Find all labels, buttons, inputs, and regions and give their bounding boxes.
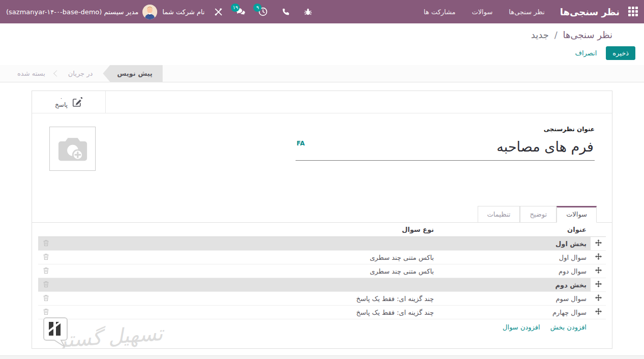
top-navbar: نظر سنجی‌ها نظر سنجی‌ها سوالات مشارکت ها… [0, 0, 644, 23]
add-section-link[interactable]: افزودن بخش [550, 323, 587, 331]
table-row-question-3[interactable]: سوال سوم چند گزینه ای: فقط یک پاسخ [38, 292, 606, 306]
statusbar: پیش نویس در جریان بسته شده [0, 65, 644, 82]
drag-handle-icon[interactable] [595, 267, 602, 274]
delete-trash-icon[interactable] [43, 240, 49, 247]
tab-settings[interactable]: تنظیمات [478, 206, 520, 223]
drag-handle-icon[interactable] [595, 308, 602, 315]
answers-stat-button[interactable]: ۰ پاسخ [32, 91, 106, 113]
camera-plus-icon [56, 134, 90, 164]
status-separator-icon [53, 70, 60, 77]
delete-trash-icon[interactable] [43, 267, 49, 274]
table-row-question-2[interactable]: سوال دوم باکس متنی چند سطری [38, 264, 606, 278]
menu-questions[interactable]: سوالات [465, 5, 499, 19]
language-badge[interactable]: FA [297, 140, 305, 147]
tab-description[interactable]: توضیح [520, 206, 557, 223]
delete-trash-icon[interactable] [43, 294, 49, 302]
control-panel: نظر سنجی‌ها / جدید ذخیره انصراف [0, 23, 644, 65]
row-title: سوال اول [438, 251, 591, 264]
column-type: نوع سوال [53, 223, 438, 237]
bug-icon [304, 8, 312, 16]
stat-text: ۰ پاسخ [55, 95, 68, 108]
answers-label: پاسخ [55, 101, 68, 108]
breadcrumb-parent[interactable]: نظر سنجی‌ها [563, 29, 612, 40]
discard-button[interactable]: انصراف [569, 47, 603, 59]
stat-button-box: ۰ پاسخ [32, 91, 612, 113]
survey-title-input-wrap: فرم های مصاحبه FA [296, 138, 595, 161]
tab-questions[interactable]: سوالات [557, 206, 597, 223]
notebook: سوالات توضیح تنظیمات عنوان نوع سوال بخش … [32, 205, 612, 334]
drag-handle-icon[interactable] [595, 253, 602, 260]
row-title: سوال سوم [438, 292, 591, 306]
table-row-question-4[interactable]: سوال چهارم چند گزینه ای: فقط یک پاسخ [38, 306, 606, 319]
add-links-row: افزودن بخش افزودن سوال [38, 319, 606, 335]
breadcrumb: نظر سنجی‌ها / جدید [0, 27, 644, 40]
wrench-icon [214, 8, 223, 16]
row-title: بخش اول [438, 237, 591, 251]
breadcrumb-current: جدید [531, 29, 549, 40]
main-menu: نظر سنجی‌ها سوالات مشارکت ها [418, 5, 551, 19]
edit-pencil-icon [72, 97, 82, 107]
systray: ۹ ۱۹ نام شرکت شما [6, 3, 316, 20]
menu-participations[interactable]: مشارکت ها [418, 5, 462, 19]
save-button[interactable]: ذخیره [606, 46, 635, 60]
drag-handle-icon[interactable] [595, 240, 602, 246]
delete-trash-icon[interactable] [43, 253, 49, 260]
row-type [53, 237, 438, 251]
row-type: باکس متنی چند سطری [53, 251, 438, 264]
row-type: چند گزینه ای: فقط یک پاسخ [53, 306, 438, 319]
user-menu[interactable]: مدیر سیستم (sazmanyar-۱۴-۰-base-demo) [6, 5, 157, 19]
form-buttons: ذخیره انصراف [0, 40, 644, 60]
breadcrumb-separator: / [554, 29, 558, 40]
messages-button[interactable]: ۱۹ [232, 3, 249, 20]
table-row-section-1[interactable]: بخش اول [38, 237, 606, 251]
menu-surveys[interactable]: نظر سنجی‌ها [503, 5, 550, 19]
status-in-progress[interactable]: در جریان [60, 65, 101, 82]
tools-button[interactable] [210, 3, 227, 20]
phone-icon [281, 8, 289, 16]
survey-title-input[interactable]: فرم های مصاحبه [316, 139, 594, 156]
user-name: مدیر سیستم (sazmanyar-۱۴-۰-base-demo) [6, 8, 138, 16]
bottom-scroll-strip[interactable] [0, 355, 644, 359]
tab-row: سوالات توضیح تنظیمات [32, 205, 612, 223]
form-sheet: ۰ پاسخ عنوان نظرسنجی فرم های مصاحبه FA س… [32, 91, 612, 349]
row-title: سوال دوم [438, 264, 591, 278]
row-title: سوال چهارم [438, 306, 591, 319]
activities-button[interactable]: ۹ [254, 3, 272, 20]
row-title: بخش دوم [438, 278, 591, 292]
table-row-section-2[interactable]: بخش دوم [38, 278, 606, 292]
answers-count: ۰ [60, 95, 63, 101]
messages-badge: ۱۹ [231, 4, 240, 12]
image-upload-placeholder[interactable] [49, 127, 96, 171]
status-closed[interactable]: بسته شده [9, 65, 53, 82]
voip-phone-icon[interactable] [277, 3, 294, 20]
debug-bug-icon[interactable] [299, 3, 316, 20]
survey-title-label: عنوان نظرسنجی [296, 126, 595, 133]
app-name[interactable]: نظر سنجی‌ها [560, 7, 620, 17]
apps-grid-icon[interactable] [628, 7, 638, 17]
table-header-row: عنوان نوع سوال [38, 223, 606, 237]
column-title: عنوان [438, 223, 591, 237]
drag-handle-icon[interactable] [595, 294, 602, 301]
drag-handle-icon[interactable] [595, 281, 602, 287]
title-group: عنوان نظرسنجی فرم های مصاحبه FA [32, 113, 612, 171]
add-question-link[interactable]: افزودن سوال [503, 323, 540, 331]
status-draft[interactable]: پیش نویس [103, 65, 162, 82]
table-row-question-1[interactable]: سوال اول باکس متنی چند سطری [38, 251, 606, 264]
questions-table: عنوان نوع سوال بخش اول سوال اول باکس متن… [38, 223, 606, 334]
survey-title-field: عنوان نظرسنجی فرم های مصاحبه FA [296, 126, 595, 171]
row-type [53, 278, 438, 292]
delete-trash-icon[interactable] [43, 281, 49, 288]
company-switcher[interactable]: نام شرکت شما [162, 8, 204, 16]
avatar [142, 5, 157, 19]
delete-trash-icon[interactable] [43, 308, 49, 315]
row-type: چند گزینه ای: فقط یک پاسخ [53, 292, 438, 306]
row-type: باکس متنی چند سطری [53, 264, 438, 278]
